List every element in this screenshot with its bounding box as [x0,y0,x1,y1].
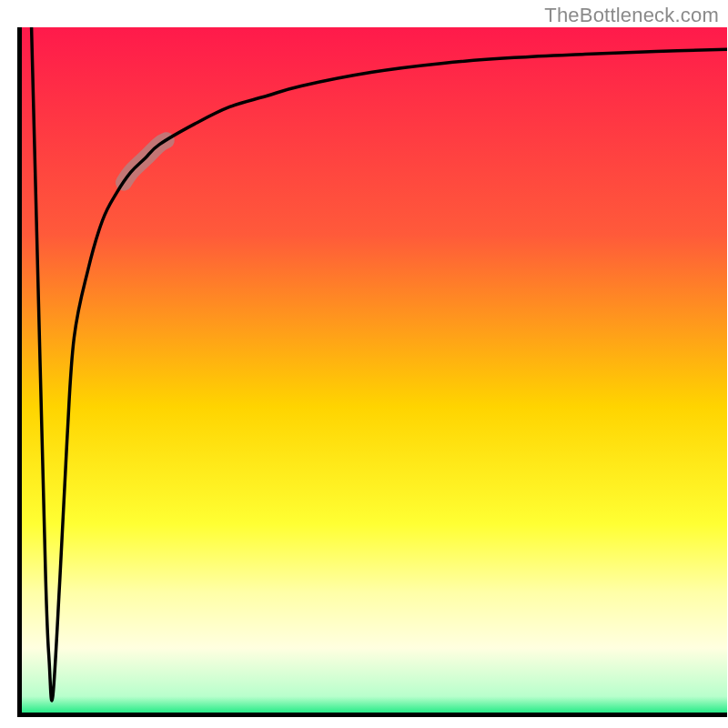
attribution-text: TheBottleneck.com [544,4,719,27]
plot-background-gradient [17,27,727,717]
bottleneck-chart [0,0,728,728]
